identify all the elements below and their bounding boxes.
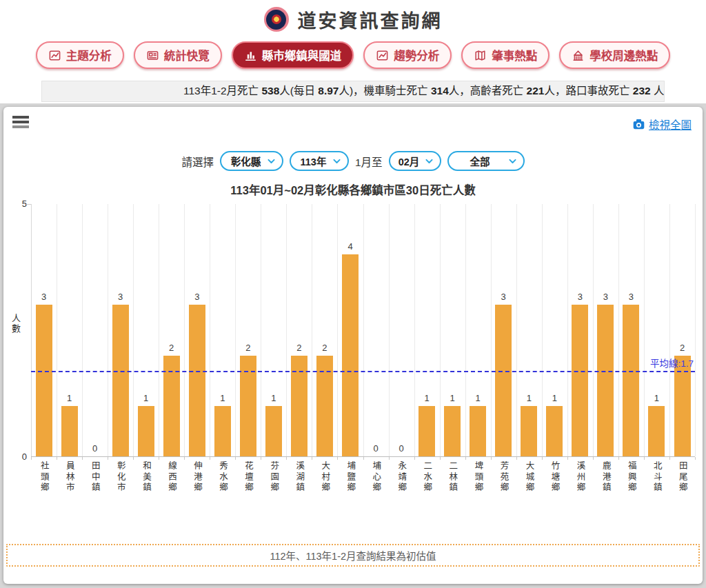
map-icon: [474, 49, 487, 62]
x-tick-mark: [133, 457, 134, 460]
chart-panel: 檢視全圖 請選擇 彰化縣 113年 1月至 02月 全部 113年01月~02月…: [3, 107, 703, 584]
gridline: [261, 204, 261, 456]
x-axis-label: 大村鄉: [321, 461, 330, 494]
gridline: [286, 204, 287, 456]
ticker-text: 113年1-2月死亡 538人(每日 8.97人)，機車騎士死亡 314人，高齡…: [183, 85, 665, 97]
bar-伸港鄉: [189, 305, 205, 456]
x-axis-label: 埤頭鄉: [474, 461, 483, 494]
x-tick-mark: [516, 457, 517, 460]
x-axis-label: 秀水鄉: [219, 461, 228, 494]
x-tick-mark: [159, 457, 159, 460]
bar-value-label: 4: [347, 241, 352, 252]
camera-icon: [633, 119, 645, 130]
trend-chart-icon: [376, 49, 389, 62]
y-axis-tick-max: 5: [13, 199, 27, 209]
gridline: [159, 204, 159, 456]
gridline: [389, 204, 390, 456]
bar-二水鄉: [418, 406, 435, 456]
x-tick-mark: [695, 457, 696, 460]
bar-value-label: 1: [220, 393, 225, 403]
bar-北斗鎮: [648, 406, 665, 456]
bar-value-label: 1: [424, 393, 429, 403]
x-tick-mark: [82, 457, 83, 460]
year-select[interactable]: 113年: [290, 151, 349, 171]
gridline: [337, 204, 338, 456]
county-select[interactable]: 彰化縣: [220, 151, 283, 171]
area-chart-icon: [48, 49, 61, 62]
nav-button-3[interactable]: 趨勢分析: [363, 41, 452, 69]
bar-value-label: 1: [552, 393, 557, 403]
x-tick-mark: [363, 457, 364, 460]
footer-note: 112年、113年1-2月查詢結果為初估值: [6, 544, 700, 567]
gridline: [669, 204, 670, 456]
nav-button-1[interactable]: 統計快覽: [134, 41, 222, 69]
month-select[interactable]: 02月: [389, 151, 441, 171]
x-tick-mark: [57, 457, 57, 460]
bar-chart-icon: [244, 49, 257, 62]
gridline: [235, 204, 236, 456]
nav-button-2[interactable]: 縣市鄉鎮與國道: [232, 41, 354, 69]
chevron-down-icon: [332, 156, 341, 165]
x-tick-mark: [542, 457, 543, 460]
area-select[interactable]: 全部: [447, 151, 525, 171]
bar-福興鄉: [623, 305, 639, 456]
stats-ticker: 113年1-2月死亡 538人(每日 8.97人)，機車騎士死亡 314人，高齡…: [41, 81, 665, 102]
average-line: [31, 371, 695, 372]
gridline: [82, 204, 83, 456]
x-axis-label: 花壇鄉: [244, 461, 253, 494]
gridline: [516, 204, 517, 456]
x-axis-label: 田尾鄉: [678, 461, 687, 494]
x-tick-mark: [286, 457, 287, 460]
x-tick-mark: [31, 457, 32, 460]
y-axis-tick-min: 0: [13, 452, 27, 462]
x-tick-mark: [593, 457, 594, 460]
x-tick-mark: [414, 457, 415, 460]
bar-value-label: 0: [373, 443, 378, 454]
nav-button-label: 學校周邊熱點: [589, 47, 658, 63]
filter-bar: 請選擇 彰化縣 113年 1月至 02月 全部: [3, 151, 703, 171]
bar-value-label: 2: [680, 343, 685, 353]
bar-value-label: 2: [296, 343, 301, 353]
x-axis-label: 和美鎮: [141, 461, 150, 494]
view-full-image-button[interactable]: 檢視全圖: [633, 116, 692, 132]
gridline: [414, 204, 415, 456]
gridline: [440, 204, 441, 456]
bar-鹿港鎮: [597, 305, 614, 456]
gridline: [695, 204, 696, 456]
bar-和美鎮: [138, 406, 154, 456]
bar-value-label: 1: [527, 393, 532, 403]
gridline: [133, 204, 134, 456]
nav-button-4[interactable]: 肇事熱點: [461, 41, 549, 69]
bar-value-label: 0: [399, 443, 403, 454]
view-full-label: 檢視全圖: [649, 116, 692, 132]
x-tick-mark: [440, 457, 441, 460]
x-axis-label: 芬園鄉: [270, 461, 279, 494]
nav-button-label: 縣市鄉鎮與國道: [262, 47, 342, 63]
chevron-down-icon: [267, 156, 276, 165]
gridline: [567, 204, 568, 456]
bar-value-label: 3: [629, 292, 634, 302]
x-tick-mark: [644, 457, 645, 460]
bar-value-label: 1: [143, 393, 148, 403]
hamburger-menu-icon[interactable]: [12, 116, 29, 128]
bar-大城鄉: [521, 406, 537, 456]
bar-二林鎮: [444, 406, 461, 456]
chevron-down-icon: [425, 156, 434, 165]
gridline: [184, 204, 185, 456]
nav-button-label: 主題分析: [66, 47, 112, 63]
bar-埔鹽鄉: [342, 254, 359, 456]
x-axis-label: 線西鄉: [167, 461, 176, 494]
x-axis-label: 鹿港鎮: [601, 461, 610, 494]
nav-button-5[interactable]: 學校周邊熱點: [559, 41, 670, 69]
nav-button-0[interactable]: 主題分析: [36, 41, 124, 69]
school-icon: [572, 49, 585, 62]
x-axis-label: 伸港鄉: [193, 461, 202, 494]
site-header: 道安資訊查詢網: [0, 0, 706, 39]
bar-value-label: 2: [169, 343, 174, 353]
bar-埤頭鄉: [470, 406, 486, 456]
x-tick-mark: [184, 457, 185, 460]
top-bar: 道安資訊查詢網 主題分析統計快覽縣市鄉鎮與國道趨勢分析肇事熱點學校周邊熱點 11…: [0, 0, 706, 103]
x-tick-mark: [491, 457, 492, 460]
gridline: [491, 204, 492, 456]
x-tick-mark: [235, 457, 236, 460]
